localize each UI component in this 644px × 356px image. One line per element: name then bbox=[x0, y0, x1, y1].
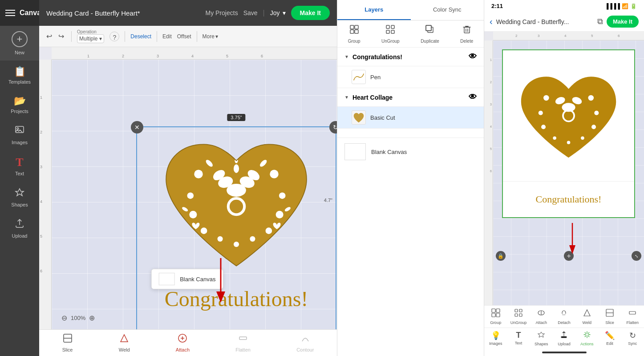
zoom-in-icon[interactable]: ⊕ bbox=[89, 314, 95, 322]
color-sync-tab[interactable]: Color Sync bbox=[411, 0, 484, 20]
phone-sync-tool[interactable]: ↻ Sync bbox=[623, 331, 642, 346]
sidebar-item-text-label: Text bbox=[15, 171, 24, 176]
phone-images-label: Images bbox=[489, 341, 502, 346]
heart-butterfly-svg bbox=[152, 131, 321, 282]
congratulations-group-name: Congratulations! bbox=[352, 53, 402, 61]
svg-point-9 bbox=[187, 192, 194, 199]
sidebar-item-text[interactable]: T Text bbox=[0, 150, 39, 182]
undo-button[interactable]: ↩ bbox=[45, 30, 54, 42]
toolbar: ↩ ↪ Operation Multiple ▾ ? Deselect Edit… bbox=[39, 26, 337, 47]
phone-images-tool[interactable]: 💡 Images bbox=[486, 331, 506, 346]
images-icon bbox=[14, 125, 25, 138]
phone-back-button[interactable]: ‹ bbox=[490, 16, 493, 27]
sidebar-item-upload-label: Upload bbox=[12, 233, 28, 239]
battery-icon: 🔋 bbox=[630, 3, 637, 9]
blank-canvas-row[interactable]: Blank Canvas bbox=[337, 138, 484, 166]
phone-actions-tool[interactable]: Actions bbox=[577, 331, 597, 346]
phone-text-tool[interactable]: T Text bbox=[509, 331, 528, 346]
delete-action[interactable]: Delete bbox=[460, 24, 473, 44]
phone-lock-handle[interactable]: 🔒 bbox=[496, 251, 506, 261]
contour-icon bbox=[300, 333, 310, 345]
layers-tab-label: Layers bbox=[365, 6, 383, 13]
hamburger-menu[interactable] bbox=[5, 10, 15, 16]
center-icon: ✛ bbox=[567, 254, 571, 259]
contour-tool[interactable]: Contour bbox=[291, 333, 319, 352]
congratulations-visibility-icon[interactable]: 👁 bbox=[469, 52, 477, 61]
shapes-icon bbox=[14, 187, 25, 200]
divider1 bbox=[71, 31, 72, 42]
congratulations-group-header[interactable]: ▼ Congratulations! 👁 bbox=[337, 48, 484, 66]
phone-weld-tool[interactable]: Weld bbox=[577, 308, 597, 325]
phone-copy-icon[interactable]: ⧉ bbox=[597, 17, 603, 26]
basic-cut-layer-item[interactable]: Basic Cut bbox=[337, 107, 484, 129]
pen-layer-item[interactable]: Pen bbox=[337, 66, 484, 88]
slice-tool[interactable]: Slice bbox=[57, 333, 78, 352]
sidebar-item-shapes[interactable]: Shapes bbox=[0, 182, 39, 213]
phone-attach-tool[interactable]: Attach bbox=[531, 308, 551, 325]
layers-list: ▼ Congratulations! 👁 Pen ▼ Heart Collage bbox=[337, 48, 484, 356]
duplicate-action[interactable]: Duplicate bbox=[421, 24, 439, 44]
blank-canvas-label: Blank Canvas bbox=[371, 149, 407, 155]
phone-ruler-v4: 4 bbox=[490, 125, 492, 128]
svg-rect-60 bbox=[515, 309, 518, 312]
sidebar-item-new[interactable]: + New bbox=[0, 26, 39, 61]
save-link[interactable]: Save bbox=[243, 9, 258, 16]
more-button[interactable]: More ▾ bbox=[203, 33, 218, 40]
zoom-out-icon[interactable]: ⊖ bbox=[61, 314, 67, 322]
edit-toolbar-action[interactable]: Edit bbox=[162, 33, 172, 40]
canvas-container: 1 2 3 4 5 6 1 2 3 4 5 6 3.75" ✕ ↻ 🔒 ⤡ bbox=[39, 47, 337, 329]
phone-status-icons: ▐▐▐▐ 📶 🔋 bbox=[605, 3, 637, 9]
phone-ungroup-icon bbox=[514, 308, 523, 320]
svg-point-52 bbox=[581, 136, 584, 140]
blank-canvas-label: Blank Canvas bbox=[180, 276, 215, 283]
ruler-top: 1 2 3 4 5 6 bbox=[52, 47, 337, 60]
sidebar-item-templates[interactable]: 📋 Templates bbox=[0, 61, 39, 90]
phone-slice-tool[interactable]: Slice bbox=[600, 308, 620, 325]
phone-resize-handle[interactable]: ⤡ bbox=[632, 251, 641, 261]
divider3 bbox=[157, 31, 157, 42]
user-menu[interactable]: Joy ▾ bbox=[270, 9, 286, 16]
svg-point-48 bbox=[594, 111, 599, 115]
blank-canvas-popup[interactable]: Blank Canvas bbox=[151, 269, 223, 289]
phone-text-icon: T bbox=[516, 331, 521, 340]
phone-flatten-tool[interactable]: Flatten bbox=[623, 308, 642, 325]
operation-select[interactable]: Multiple ▾ bbox=[77, 34, 104, 43]
svg-rect-29 bbox=[239, 337, 247, 340]
help-button[interactable]: ? bbox=[109, 32, 119, 41]
attach-tool[interactable]: Attach bbox=[170, 333, 195, 352]
svg-point-14 bbox=[266, 227, 272, 234]
sidebar-item-images-label: Images bbox=[12, 140, 28, 145]
flatten-tool[interactable]: Flatten bbox=[230, 333, 256, 352]
my-projects-link[interactable]: My Projects bbox=[206, 9, 238, 16]
offset-action[interactable]: Offset bbox=[177, 33, 191, 40]
sidebar-item-upload[interactable]: Upload bbox=[0, 213, 39, 244]
redo-button[interactable]: ↪ bbox=[57, 30, 66, 42]
phone-shapes-tool[interactable]: Shapes bbox=[531, 331, 551, 346]
top-bar: Wedding Card - Butterfly Heart* My Proje… bbox=[39, 0, 337, 26]
phone-edit-tool[interactable]: ✏️ Edit bbox=[600, 331, 620, 346]
make-it-button[interactable]: Make It bbox=[291, 6, 330, 20]
phone-group-tool[interactable]: Group bbox=[486, 308, 506, 325]
color-sync-tab-label: Color Sync bbox=[433, 6, 462, 13]
heart-collage-visibility-icon[interactable]: 👁 bbox=[469, 93, 477, 102]
phone-nav: ‹ Wedding Card - Butterfly... ⧉ Make It bbox=[484, 12, 644, 32]
weld-tool[interactable]: Weld bbox=[113, 333, 135, 352]
weld-icon bbox=[119, 333, 129, 345]
group-action[interactable]: Group bbox=[348, 24, 360, 44]
ruler-mark-1: 1 bbox=[87, 54, 89, 58]
phone-weld-label: Weld bbox=[583, 320, 591, 325]
phone-time: 2:11 bbox=[491, 3, 503, 9]
layers-tab[interactable]: Layers bbox=[337, 0, 411, 20]
phone-detach-tool[interactable]: Detach bbox=[554, 308, 574, 325]
ungroup-action[interactable]: UnGroup bbox=[381, 24, 400, 44]
deselect-button[interactable]: Deselect bbox=[130, 33, 151, 40]
phone-ruler-v2: 2 bbox=[490, 81, 492, 84]
phone-upload-tool[interactable]: Upload bbox=[554, 331, 574, 346]
phone-make-it-button[interactable]: Make It bbox=[607, 16, 639, 28]
sidebar-item-projects[interactable]: 📂 Projects bbox=[0, 90, 39, 119]
phone-ungroup-tool[interactable]: UnGroup bbox=[509, 308, 528, 325]
sidebar-item-images[interactable]: Images bbox=[0, 119, 39, 150]
heart-collage-group-header[interactable]: ▼ Heart Collage 👁 bbox=[337, 88, 484, 107]
layer-spacer bbox=[337, 129, 484, 138]
phone-group-icon bbox=[491, 308, 500, 320]
